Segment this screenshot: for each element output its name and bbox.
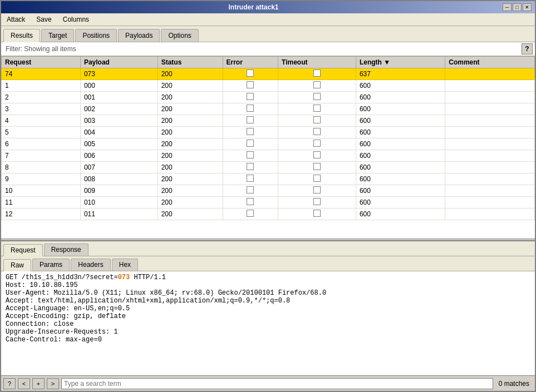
table-row[interactable]: 3002200600 — [2, 103, 535, 115]
sub-tab-params[interactable]: Params — [32, 259, 70, 271]
results-section: Request Payload Status Error Timeout Len… — [1, 56, 535, 239]
table-row[interactable]: 6005200600 — [2, 138, 535, 150]
bottom-panel: Request Response Raw Params Headers Hex … — [1, 241, 535, 391]
error-checkbox[interactable] — [247, 105, 254, 112]
request-content: GET /th1s_1s_h1dd3n/?secret=073 HTTP/1.1… — [1, 271, 535, 375]
table-row[interactable]: 2001200600 — [2, 92, 535, 103]
col-request[interactable]: Request — [2, 57, 81, 68]
sub-tab-headers[interactable]: Headers — [71, 259, 110, 271]
window-title: Intruder attack1 — [4, 3, 503, 11]
table-row[interactable]: 1000200600 — [2, 80, 535, 92]
tab-options[interactable]: Options — [161, 29, 198, 42]
timeout-checkbox[interactable] — [313, 198, 321, 205]
error-checkbox[interactable] — [247, 175, 254, 182]
table-row[interactable]: 7006200600 — [2, 150, 535, 162]
tab-payloads[interactable]: Payloads — [118, 29, 160, 42]
close-button[interactable]: ✕ — [523, 3, 532, 11]
timeout-checkbox[interactable] — [313, 81, 321, 88]
error-checkbox[interactable] — [247, 140, 254, 147]
error-checkbox[interactable] — [247, 81, 254, 88]
error-checkbox[interactable] — [247, 210, 254, 217]
table-row[interactable]: 10009200600 — [2, 185, 535, 197]
results-table-container[interactable]: Request Payload Status Error Timeout Len… — [1, 56, 535, 239]
search-add-button[interactable]: + — [32, 378, 45, 389]
tab-target[interactable]: Target — [41, 29, 74, 42]
error-checkbox[interactable] — [247, 128, 254, 135]
sub-tabs-bar: Raw Params Headers Hex — [1, 256, 535, 271]
menu-attack[interactable]: Attack — [3, 14, 28, 24]
tab-response[interactable]: Response — [44, 244, 88, 256]
error-checkbox[interactable] — [247, 93, 254, 100]
filter-bar: Filter: Showing all items ? — [1, 42, 535, 56]
sub-tab-hex[interactable]: Hex — [112, 259, 138, 271]
timeout-checkbox[interactable] — [313, 186, 321, 193]
bottom-tabs-bar: Request Response — [1, 241, 535, 256]
menu-bar: Attack Save Columns — [1, 13, 535, 26]
menu-save[interactable]: Save — [33, 14, 55, 24]
table-row[interactable]: 9008200600 — [2, 173, 535, 185]
col-comment[interactable]: Comment — [445, 57, 535, 68]
error-checkbox[interactable] — [247, 70, 254, 77]
error-checkbox[interactable] — [247, 116, 254, 123]
window-controls: ─ □ ✕ — [503, 3, 532, 11]
title-bar: Intruder attack1 ─ □ ✕ — [1, 1, 535, 13]
timeout-checkbox[interactable] — [313, 151, 321, 158]
error-checkbox[interactable] — [247, 151, 254, 158]
table-row[interactable]: 12011200600 — [2, 209, 535, 220]
table-row[interactable]: 5004200600 — [2, 127, 535, 138]
search-help-button[interactable]: ? — [3, 378, 16, 389]
table-row[interactable]: 4003200600 — [2, 115, 535, 127]
minimize-button[interactable]: ─ — [503, 3, 512, 11]
table-row[interactable]: 8007200600 — [2, 162, 535, 173]
timeout-checkbox[interactable] — [313, 105, 321, 112]
error-checkbox[interactable] — [247, 186, 254, 193]
error-checkbox[interactable] — [247, 198, 254, 205]
timeout-checkbox[interactable] — [313, 93, 321, 100]
tab-request[interactable]: Request — [3, 244, 43, 256]
timeout-checkbox[interactable] — [313, 116, 321, 123]
search-input[interactable] — [61, 378, 493, 389]
timeout-checkbox[interactable] — [313, 163, 321, 170]
timeout-checkbox[interactable] — [313, 175, 321, 182]
search-bar: ? < + > 0 matches — [1, 375, 535, 391]
table-row[interactable]: 74073200637 — [2, 68, 535, 80]
col-error[interactable]: Error — [223, 57, 278, 68]
timeout-checkbox[interactable] — [313, 210, 321, 217]
search-next-button[interactable]: > — [47, 378, 59, 389]
col-length[interactable]: Length ▼ — [356, 57, 445, 68]
search-prev-button[interactable]: < — [18, 378, 30, 389]
sub-tab-raw[interactable]: Raw — [3, 259, 31, 271]
menu-columns[interactable]: Columns — [60, 14, 92, 24]
col-payload[interactable]: Payload — [80, 57, 158, 68]
error-checkbox[interactable] — [247, 163, 254, 170]
filter-help-button[interactable]: ? — [522, 43, 533, 54]
timeout-checkbox[interactable] — [313, 70, 321, 77]
highlighted-payload: 073 — [118, 274, 130, 281]
col-status[interactable]: Status — [158, 57, 223, 68]
filter-text: Filter: Showing all items — [3, 44, 522, 54]
maximize-button[interactable]: □ — [513, 3, 522, 11]
results-table: Request Payload Status Error Timeout Len… — [1, 56, 535, 220]
table-row[interactable]: 11010200600 — [2, 197, 535, 209]
tab-results[interactable]: Results — [3, 29, 40, 42]
timeout-checkbox[interactable] — [313, 140, 321, 147]
main-window: Intruder attack1 ─ □ ✕ Attack Save Colum… — [0, 0, 536, 392]
main-tabs-bar: Results Target Positions Payloads Option… — [1, 26, 535, 42]
match-count: 0 matches — [495, 380, 533, 388]
tab-positions[interactable]: Positions — [75, 29, 117, 42]
timeout-checkbox[interactable] — [313, 128, 321, 135]
col-timeout[interactable]: Timeout — [278, 57, 356, 68]
